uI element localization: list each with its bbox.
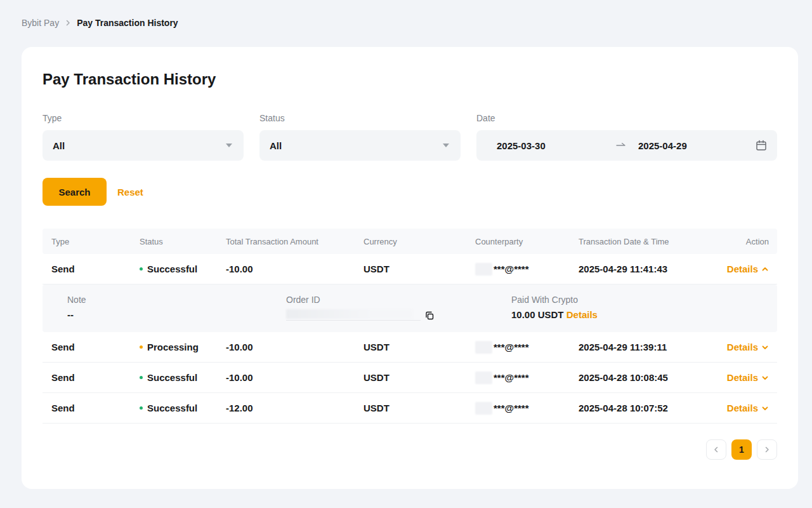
paid-details-link[interactable]: Details (566, 309, 598, 320)
counterparty-text: ***@**** (494, 342, 529, 352)
column-header-currency: Currency (363, 237, 475, 246)
status-dot-icon (140, 345, 143, 349)
caret-down-icon (226, 144, 232, 147)
cell-counterparty: ***@**** (475, 371, 579, 384)
status-dot-icon (140, 267, 143, 271)
counterparty-text: ***@**** (494, 372, 529, 383)
status-dot-icon (140, 406, 143, 410)
date-filter-label: Date (476, 113, 777, 123)
cell-status: Successful (140, 372, 226, 383)
cell-datetime: 2025-04-28 10:08:45 (579, 372, 727, 383)
redacted-blur (286, 309, 413, 319)
detail-note: Note-- (67, 295, 286, 332)
pagination-next-button[interactable] (757, 439, 777, 460)
details-link[interactable]: Details (727, 403, 769, 413)
detail-paid-with-crypto: Paid With Crypto10.00 USDT Details (511, 295, 777, 332)
details-link-label: Details (727, 342, 758, 352)
cell-type: Send (51, 372, 140, 383)
date-range-start[interactable]: 2025-03-30 (497, 140, 616, 151)
note-value: -- (67, 309, 286, 320)
date-range-picker[interactable]: 2025-03-30 2025-04-29 (476, 130, 777, 161)
column-header-type: Type (51, 237, 140, 246)
status-text: Successful (147, 372, 197, 383)
type-filter: Type All (43, 113, 244, 161)
cell-amount: -10.00 (226, 372, 363, 383)
status-select-value: All (270, 140, 282, 151)
cell-action: Details (727, 372, 769, 383)
redacted-blur (475, 341, 492, 354)
chevron-down-icon (761, 404, 769, 412)
transactions-table: TypeStatusTotal Transaction AmountCurren… (43, 229, 777, 424)
calendar-icon[interactable] (756, 140, 767, 151)
breadcrumb: Bybit Pay Pay Transaction History (0, 0, 812, 28)
type-select[interactable]: All (43, 130, 244, 161)
status-select[interactable]: All (259, 130, 461, 161)
details-link[interactable]: Details (727, 264, 769, 274)
type-select-value: All (53, 140, 65, 151)
details-link-label: Details (727, 372, 758, 383)
order-id-value (286, 309, 511, 321)
redacted-blur (475, 263, 492, 276)
status-filter: Status All (259, 113, 461, 161)
table-header-row: TypeStatusTotal Transaction AmountCurren… (43, 229, 777, 254)
details-link-label: Details (727, 264, 758, 274)
redacted-blur (475, 402, 492, 415)
cell-type: Send (51, 342, 140, 352)
status-text: Processing (147, 342, 199, 352)
filter-actions-row: Search Reset (43, 178, 777, 206)
table-row: SendSuccessful-12.00USDT***@****2025-04-… (43, 393, 777, 424)
cell-counterparty: ***@**** (475, 341, 579, 354)
table-body: SendSuccessful-10.00USDT***@****2025-04-… (43, 254, 777, 424)
column-header-transaction-date-time: Transaction Date & Time (579, 237, 746, 246)
paid-with-crypto-value: 10.00 USDT Details (511, 309, 777, 320)
page-title: Pay Transaction History (43, 70, 777, 88)
filters-row: Type All Status All Date 2025-03-30 2025… (43, 113, 777, 161)
cell-counterparty: ***@**** (475, 263, 579, 276)
chevron-up-icon (761, 265, 769, 273)
breadcrumb-current: Pay Transaction History (77, 18, 178, 28)
copy-icon[interactable] (424, 311, 435, 321)
date-range-end[interactable]: 2025-04-29 (638, 140, 756, 151)
cell-status: Successful (140, 403, 226, 413)
arrow-right-icon (616, 142, 626, 149)
cell-amount: -10.00 (226, 342, 363, 352)
status-dot-icon (140, 376, 143, 379)
status-text: Successful (147, 403, 197, 413)
cell-counterparty: ***@**** (475, 402, 579, 415)
chevron-down-icon (761, 374, 769, 382)
column-header-action: Action (746, 237, 769, 246)
table-row: SendProcessing-10.00USDT***@****2025-04-… (43, 332, 777, 363)
note-label: Note (67, 295, 286, 305)
pay-transaction-history-card: Pay Transaction History Type All Status … (22, 47, 798, 489)
details-link[interactable]: Details (727, 342, 769, 352)
details-link-label: Details (727, 403, 758, 413)
cell-type: Send (51, 403, 140, 413)
counterparty-text: ***@**** (494, 264, 529, 274)
redacted-blur (475, 371, 492, 384)
table-row: SendSuccessful-10.00USDT***@****2025-04-… (43, 254, 777, 284)
chevron-down-icon (761, 344, 769, 351)
cell-type: Send (51, 264, 140, 274)
cell-action: Details (727, 403, 769, 413)
paid-amount: 10.00 USDT (511, 309, 566, 320)
pagination: 1 (43, 439, 777, 460)
breadcrumb-parent[interactable]: Bybit Pay (22, 18, 59, 28)
reset-button[interactable]: Reset (117, 187, 143, 197)
pagination-page-1[interactable]: 1 (731, 439, 752, 460)
cell-currency: USDT (363, 342, 475, 352)
counterparty-text: ***@**** (494, 403, 529, 413)
column-header-counterparty: Counterparty (475, 237, 579, 246)
cell-currency: USDT (363, 372, 475, 383)
column-header-total-transaction-amount: Total Transaction Amount (226, 237, 363, 246)
pagination-prev-button[interactable] (706, 439, 726, 460)
details-link[interactable]: Details (727, 372, 769, 383)
cell-datetime: 2025-04-29 11:41:43 (579, 264, 727, 274)
cell-action: Details (727, 264, 769, 274)
cell-status: Processing (140, 342, 226, 352)
order-id-label: Order ID (286, 295, 511, 305)
cell-datetime: 2025-04-28 10:07:52 (579, 403, 727, 413)
search-button[interactable]: Search (43, 178, 107, 206)
cell-currency: USDT (363, 264, 475, 274)
cell-amount: -12.00 (226, 403, 363, 413)
cell-currency: USDT (363, 403, 475, 413)
